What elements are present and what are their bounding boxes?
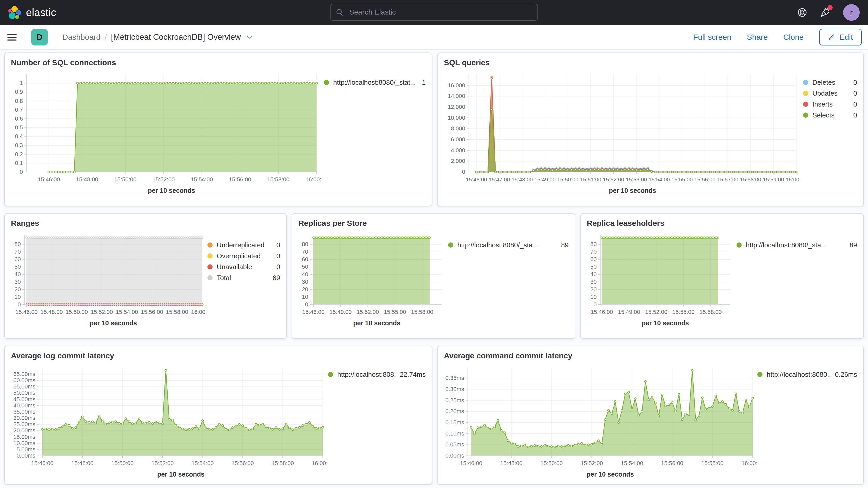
svg-text:15:56:00: 15:56:00: [231, 460, 254, 466]
legend-item[interactable]: Inserts0: [803, 99, 857, 110]
chevron-down-icon[interactable]: [246, 34, 253, 40]
svg-text:4,000: 4,000: [451, 147, 465, 154]
panel-title: Ranges: [5, 214, 286, 229]
panel-row-3: Average log commit latency 0.00ms5.00ms1…: [4, 345, 864, 485]
legend-value: 0.26ms: [831, 370, 857, 378]
legend-item[interactable]: Selects0: [803, 110, 857, 121]
svg-text:16:00:00: 16:00:00: [312, 460, 327, 466]
legend-label: Unavailable: [217, 263, 252, 271]
dashboard-app-badge[interactable]: D: [31, 29, 48, 45]
notification-dot: [828, 5, 833, 10]
legend-item[interactable]: http://localhost:8080/_stat...1: [324, 77, 426, 88]
svg-text:70: 70: [590, 248, 597, 255]
chart-svg: 0102030405060708015:46:0015:48:0015:50:0…: [9, 229, 206, 331]
panel-title: Average log commit latency: [5, 346, 432, 361]
legend-sql-connections: http://localhost:8080/_stat...1: [324, 77, 426, 88]
chart-sql-queries[interactable]: 02,0004,0006,0008,00010,00012,00014,0001…: [442, 68, 863, 198]
legend-swatch: [207, 264, 213, 270]
svg-text:15:54:00: 15:54:00: [191, 176, 213, 183]
svg-text:25.00ms: 25.00ms: [13, 421, 35, 427]
legend-item[interactable]: Updates0: [803, 88, 857, 99]
legend-label: Inserts: [812, 100, 833, 109]
svg-text:0: 0: [18, 301, 21, 308]
breadcrumb-dashboard[interactable]: Dashboard: [62, 33, 100, 41]
svg-text:8,000: 8,000: [451, 125, 465, 132]
user-avatar[interactable]: r: [843, 4, 860, 21]
legend-ranges: Underreplicated0Overreplicated0Unavailab…: [207, 240, 280, 283]
svg-text:15:53:00: 15:53:00: [626, 177, 647, 182]
svg-text:15:49:00: 15:49:00: [618, 309, 640, 315]
legend-value: 0: [849, 89, 857, 97]
svg-text:65.00ms: 65.00ms: [13, 371, 35, 377]
legend-replica-leaseholders: http://localhost:8080/_sta...89: [737, 240, 857, 250]
svg-text:15:54:00: 15:54:00: [191, 460, 214, 466]
legend-label: http://localhost:808...: [337, 370, 396, 378]
legend-swatch: [324, 80, 329, 85]
svg-text:15:50:00: 15:50:00: [557, 177, 579, 182]
legend-swatch: [803, 101, 808, 107]
share-button[interactable]: Share: [747, 33, 768, 41]
legend-label: Total: [217, 274, 231, 282]
svg-text:10,000: 10,000: [448, 115, 465, 121]
global-search[interactable]: [330, 4, 538, 21]
full-screen-button[interactable]: Full screen: [693, 33, 731, 41]
legend-item[interactable]: Overreplicated0: [207, 250, 280, 262]
svg-text:15:52:00: 15:52:00: [153, 176, 175, 183]
svg-text:50: 50: [590, 264, 597, 270]
svg-text:80: 80: [590, 241, 597, 247]
panel-title: Average command commit latency: [438, 346, 863, 361]
legend-item[interactable]: http://localhost:8080/_sta...89: [448, 240, 569, 250]
svg-text:15:52:00: 15:52:00: [581, 460, 603, 466]
svg-text:15:58:00: 15:58:00: [700, 309, 722, 315]
legend-sql-queries: Deletes0Updates0Inserts0Selects0: [803, 77, 857, 121]
svg-text:15:54:00: 15:54:00: [649, 177, 670, 182]
legend-value: 22.74ms: [396, 370, 426, 378]
help-icon[interactable]: [797, 7, 807, 18]
legend-swatch: [207, 275, 213, 280]
svg-text:10: 10: [14, 294, 21, 300]
svg-text:10.00ms: 10.00ms: [13, 440, 35, 447]
clone-button[interactable]: Clone: [783, 33, 804, 41]
elastic-brand[interactable]: elastic: [0, 5, 56, 20]
legend-item[interactable]: Underreplicated0: [207, 240, 280, 250]
svg-text:15:58:00: 15:58:00: [411, 309, 433, 315]
edit-button[interactable]: Edit: [819, 29, 862, 45]
svg-text:15:50:00: 15:50:00: [111, 460, 133, 466]
svg-text:40: 40: [302, 271, 308, 277]
svg-text:15:48:00: 15:48:00: [512, 177, 533, 182]
svg-text:60: 60: [590, 256, 597, 263]
legend-swatch: [803, 91, 808, 96]
svg-text:15:46:00: 15:46:00: [31, 460, 54, 466]
legend-value: 0: [272, 252, 280, 260]
legend-value: 0: [849, 111, 857, 119]
x-axis-title: per 10 seconds: [353, 319, 401, 327]
legend-item[interactable]: Total89: [207, 272, 280, 283]
svg-text:15:48:00: 15:48:00: [71, 460, 94, 466]
legend-value: 0: [272, 263, 280, 271]
svg-text:15:47:00: 15:47:00: [489, 177, 510, 182]
legend-item[interactable]: http://localhost:8080...0.26ms: [757, 369, 857, 380]
legend-item[interactable]: http://localhost:8080/_sta...89: [737, 240, 857, 250]
search-input[interactable]: [348, 7, 532, 17]
svg-text:0.9: 0.9: [15, 89, 23, 95]
legend-value: 0: [849, 100, 857, 109]
svg-text:35.00ms: 35.00ms: [13, 408, 35, 415]
svg-text:0.15ms: 0.15ms: [445, 419, 464, 426]
legend-label: http://localhost:8080/_sta...: [746, 241, 827, 249]
menu-hamburger-icon[interactable]: [0, 32, 24, 42]
legend-item[interactable]: Unavailable0: [207, 262, 280, 272]
panel-row-1: Number of SQL connections 00.10.20.30.40…: [4, 53, 864, 206]
x-axis-title: per 10 seconds: [642, 319, 689, 327]
svg-text:15:55:00: 15:55:00: [384, 309, 406, 315]
svg-text:30: 30: [14, 279, 21, 285]
legend-value: 1: [418, 79, 426, 87]
svg-text:15:50:00: 15:50:00: [65, 309, 88, 315]
legend-item[interactable]: Deletes0: [803, 77, 857, 88]
svg-text:15:57:00: 15:57:00: [717, 177, 738, 182]
legend-swatch: [803, 80, 808, 85]
newsfeed-icon[interactable]: [820, 7, 831, 18]
svg-text:15:46:00: 15:46:00: [591, 309, 613, 315]
svg-text:15:54:00: 15:54:00: [116, 309, 138, 315]
chart-svg: 00.10.20.30.40.50.60.70.80.9115:46:0015:…: [9, 68, 321, 198]
legend-item[interactable]: http://localhost:808...22.74ms: [328, 369, 426, 380]
